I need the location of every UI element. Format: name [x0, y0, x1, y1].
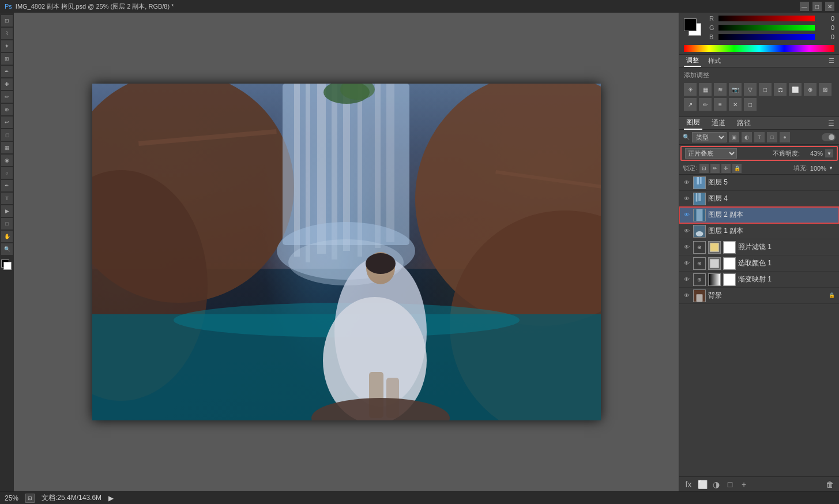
doc-info: 文档:25.4M/143.6M [42, 493, 101, 503]
selectcolor1-name: 选取颜色 1 [738, 258, 836, 268]
color-boxes[interactable] [684, 18, 705, 39]
fill-value[interactable]: 100% [810, 165, 826, 172]
filter-toggle[interactable] [822, 133, 836, 141]
tool-dodge[interactable]: ○ [1, 167, 13, 179]
color-spectrum-bar[interactable] [684, 45, 834, 52]
filter-pixel-icon[interactable]: ▣ [729, 132, 739, 142]
minimize-button[interactable]: — [800, 2, 809, 11]
panel-options-icon[interactable]: ☰ [829, 57, 834, 65]
filter-type-icon[interactable]: T [754, 132, 765, 142]
lock-image-btn[interactable]: ✏ [710, 164, 720, 173]
photofilt1-visibility-toggle[interactable]: 👁 [683, 243, 691, 251]
tool-lasso[interactable]: ⌇ [1, 28, 13, 39]
adj-curves[interactable]: ≋ [714, 83, 727, 96]
tool-clone[interactable]: ⊕ [1, 104, 13, 115]
tool-magic-wand[interactable]: ✦ [1, 40, 13, 52]
layer1copy-name: 图层 1 副本 [708, 226, 836, 236]
adj-invert[interactable]: ↗ [684, 98, 697, 111]
canvas-container [92, 84, 601, 420]
title-bar: Ps IMG_4802 副本 拷贝.psd @ 25% (图层 2 副本, RG… [0, 0, 839, 13]
tool-brush[interactable]: ✏ [1, 91, 13, 103]
b-slider[interactable] [718, 34, 815, 40]
layer-item-gradmap1[interactable]: 👁 ⊕ 渐变映射 1 [679, 272, 839, 288]
layer-item-background[interactable]: 👁 背景 🔒 [679, 288, 839, 304]
status-icon[interactable]: ⊡ [25, 494, 35, 503]
layer-item-layer2copy[interactable]: 👁 图层 2 副本 [679, 207, 839, 223]
filter-adj-icon[interactable]: ◐ [742, 132, 752, 142]
fill-dropdown-btn[interactable]: ▼ [829, 166, 836, 171]
layers-panel-options-icon[interactable]: ☰ [828, 119, 834, 127]
tool-gradient[interactable]: ▦ [1, 142, 13, 153]
filter-type-select[interactable]: 类型 [692, 132, 727, 142]
tab-layers[interactable]: 图层 [684, 116, 702, 130]
tool-history-brush[interactable]: ↩ [1, 116, 13, 128]
status-arrow[interactable]: ▶ [108, 494, 114, 502]
adj-colorbalance[interactable]: ⚖ [774, 83, 787, 96]
adj-gradmap[interactable]: ✕ [729, 98, 742, 111]
gradmap1-visibility-toggle[interactable]: 👁 [683, 276, 691, 284]
blend-mode-select[interactable]: 正片叠底 [685, 148, 737, 159]
tab-styles[interactable]: 样式 [706, 55, 723, 66]
layer-item-layer5[interactable]: 👁 图层 5 [679, 175, 839, 191]
layer-item-layer4[interactable]: 👁 图层 4 [679, 191, 839, 207]
adj-posterize[interactable]: ✏ [699, 98, 712, 111]
tool-shape[interactable]: □ [1, 218, 13, 230]
fg-bg-color-switcher[interactable] [1, 259, 13, 271]
tool-zoom[interactable]: 🔍 [1, 243, 13, 255]
tool-crop[interactable]: ⊞ [1, 53, 13, 65]
filter-smartobj-icon[interactable]: ● [780, 132, 790, 142]
tab-paths[interactable]: 路径 [735, 117, 753, 129]
tool-eyedropper[interactable]: ✒ [1, 66, 13, 77]
adj-selectcolor[interactable]: □ [744, 98, 757, 111]
add-adj-layer-btn[interactable]: ◑ [710, 479, 722, 490]
layer4-visibility-toggle[interactable]: 👁 [683, 195, 691, 203]
adj-levels[interactable]: ▦ [699, 83, 712, 96]
adj-hsl[interactable]: □ [759, 83, 772, 96]
opacity-value[interactable]: 43% [802, 150, 823, 157]
adj-channelmix[interactable]: ⊠ [819, 83, 832, 96]
tool-path-select[interactable]: ▶ [1, 205, 13, 217]
tool-eraser[interactable]: ◻ [1, 129, 13, 141]
opacity-dropdown-btn[interactable]: ▼ [825, 149, 833, 157]
tool-type[interactable]: T [1, 193, 13, 204]
g-slider[interactable] [718, 25, 815, 31]
left-toolbar: ⊡ ⌇ ✦ ⊞ ✒ ✚ ✏ ⊕ ↩ ◻ ▦ ◉ ○ ✒ T ▶ □ ✋ 🔍 [0, 13, 14, 491]
maximize-button[interactable]: □ [812, 2, 822, 11]
lock-position-btn[interactable]: ✛ [721, 164, 731, 173]
close-button[interactable]: ✕ [825, 2, 834, 11]
background-visibility-toggle[interactable]: 👁 [683, 292, 691, 300]
adj-threshold[interactable]: ≡ [714, 98, 727, 111]
layer1copy-visibility-toggle[interactable]: 👁 [683, 227, 691, 235]
tab-channels[interactable]: 通道 [709, 117, 728, 129]
filter-shape-icon[interactable]: □ [767, 132, 777, 142]
adj-photofilt[interactable]: ⊕ [804, 83, 817, 96]
layer-item-selectcolor1[interactable]: 👁 ⊕ 选取颜色 1 [679, 255, 839, 272]
layer2copy-visibility-toggle[interactable]: 👁 [683, 211, 691, 219]
selectcolor1-visibility-toggle[interactable]: 👁 [683, 259, 691, 268]
canvas-area[interactable] [14, 13, 679, 491]
blend-opacity-row: 正片叠底 不透明度: 43% ▼ [680, 146, 838, 161]
b-label: B [709, 33, 716, 40]
tab-adjustments[interactable]: 调整 [684, 55, 701, 67]
tool-pen[interactable]: ✒ [1, 180, 13, 191]
adj-vibrance[interactable]: ▽ [744, 83, 757, 96]
delete-layer-btn[interactable]: 🗑 [824, 479, 836, 490]
tool-hand[interactable]: ✋ [1, 231, 13, 242]
add-mask-btn[interactable]: ⬜ [697, 479, 708, 490]
tool-blur[interactable]: ◉ [1, 155, 13, 166]
tool-marquee[interactable]: ⊡ [1, 15, 13, 27]
new-layer-btn[interactable]: + [738, 479, 750, 490]
adj-brightness[interactable]: ☀ [684, 83, 697, 96]
lock-pixels-btn[interactable]: ⊡ [699, 164, 709, 173]
layer-item-layer1copy[interactable]: 👁 图层 1 副本 [679, 223, 839, 239]
adj-bw[interactable]: ⬜ [789, 83, 802, 96]
adj-exposure[interactable]: 📷 [729, 83, 742, 96]
new-group-btn[interactable]: □ [724, 479, 736, 490]
r-slider[interactable] [718, 16, 815, 21]
tool-heal[interactable]: ✚ [1, 78, 13, 90]
layer-item-photofilt1[interactable]: 👁 ⊕ 照片滤镜 1 [679, 239, 839, 255]
layer5-visibility-toggle[interactable]: 👁 [683, 179, 691, 187]
layer-list: 👁 图层 5 👁 图层 4 👁 图层 2 副本 [679, 175, 839, 476]
lock-all-btn[interactable]: 🔒 [732, 164, 742, 173]
layer-fx-btn[interactable]: fx [683, 479, 694, 490]
